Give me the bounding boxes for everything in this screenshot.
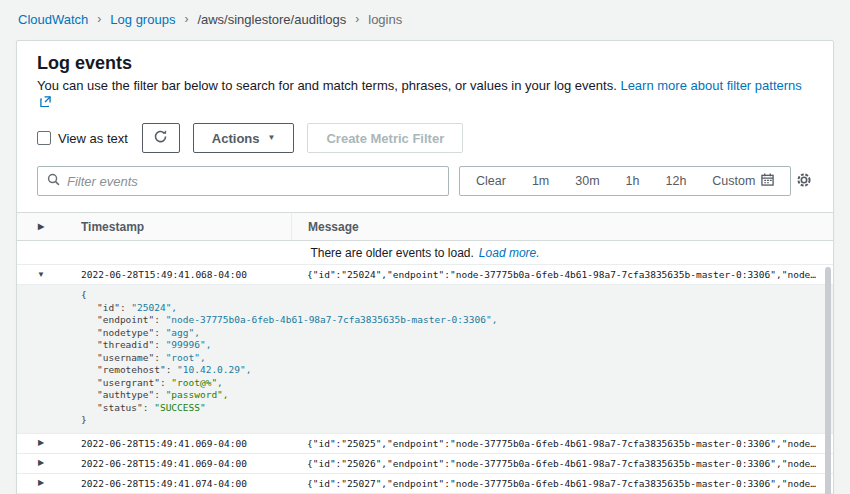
breadcrumb-separator-icon: › [184,12,188,26]
json-field: "remotehost": "10.42.0.29", [17,364,833,377]
external-link-icon [40,95,51,111]
json-field: "nodetype": "agg", [17,327,833,340]
actions-toolbar: View as text Actions ▼ Create Metric Fil… [17,111,833,153]
log-events-panel: Log events You can use the filter bar be… [16,40,834,494]
breadcrumb-item-current: logins [368,12,402,27]
range-1m-button[interactable]: 1m [519,174,562,188]
log-row[interactable]: ▶ 2022-06-28T15:49:41.069-04:00 {"id":"2… [17,454,833,474]
refresh-icon [153,129,168,147]
filter-bar: Clear 1m 30m 1h 12h Custom [17,153,833,196]
expand-all-icon[interactable]: ▶ [38,223,44,231]
actions-button[interactable]: Actions ▼ [193,123,295,153]
json-field: "id": "25024", [17,302,833,315]
view-as-text-label: View as text [58,131,128,146]
json-open-brace: { [17,289,833,302]
older-events-row: There are older events to load. Load mor… [17,241,833,265]
row-message: {"id":"25026","endpoint":"node-37775b0a-… [291,458,833,469]
search-icon [47,173,60,189]
breadcrumb-item-log-groups[interactable]: Log groups [110,12,175,27]
row-message: {"id":"25025","endpoint":"node-37775b0a-… [291,438,833,449]
range-12h-button[interactable]: 12h [652,174,699,188]
load-more-link[interactable]: Load more. [479,246,540,260]
breadcrumb-item-cloudwatch[interactable]: CloudWatch [18,12,88,27]
row-timestamp: 2022-06-28T15:49:41.074-04:00 [65,478,291,489]
expand-row-icon[interactable]: ▶ [38,479,44,487]
expanded-event-json: { "id": "25024", "endpoint": "node-37775… [17,285,833,434]
expand-row-icon[interactable]: ▶ [38,439,44,447]
expand-row-icon[interactable]: ▶ [38,459,44,467]
range-30m-button[interactable]: 30m [562,174,612,188]
vertical-scrollbar[interactable] [825,267,831,494]
json-field: "endpoint": "node-37775b0a-6feb-4b61-98a… [17,314,833,327]
row-message: {"id":"25027","endpoint":"node-37775b0a-… [291,478,833,489]
table-header: ▶ Timestamp Message [17,213,833,241]
row-timestamp: 2022-06-28T15:49:41.068-04:00 [65,269,291,280]
older-events-text: There are older events to load. [310,246,473,260]
log-row-expanded[interactable]: ▼ 2022-06-28T15:49:41.068-04:00 {"id":"2… [17,265,833,285]
refresh-button[interactable] [142,123,180,153]
json-close-brace: } [17,414,833,427]
page-description: You can use the filter bar below to sear… [37,78,813,111]
breadcrumb-item-log-group[interactable]: /aws/singlestore/auditlogs [197,12,346,27]
breadcrumb: CloudWatch › Log groups › /aws/singlesto… [0,0,850,38]
json-field: "usergrant": "root@%", [17,377,833,390]
range-1h-button[interactable]: 1h [613,174,653,188]
json-field: "status": "SUCCESS" [17,402,833,415]
filter-events-input[interactable] [67,174,439,189]
view-as-text-checkbox[interactable] [37,131,51,145]
column-header-timestamp[interactable]: Timestamp [65,213,291,240]
custom-range-button[interactable]: Custom [699,173,787,189]
row-timestamp: 2022-06-28T15:49:41.069-04:00 [65,458,291,469]
create-metric-filter-button[interactable]: Create Metric Filter [307,123,463,153]
row-message: {"id":"25024","endpoint":"node-37775b0a-… [291,269,833,280]
column-header-message[interactable]: Message [291,213,833,240]
gear-icon [795,171,813,192]
settings-gear-button[interactable] [795,171,813,192]
collapse-row-icon[interactable]: ▼ [37,271,45,279]
time-range-group: Clear 1m 30m 1h 12h Custom [459,166,791,196]
breadcrumb-separator-icon: › [355,12,359,26]
log-row[interactable]: ▶ 2022-06-28T15:49:41.074-04:00 {"id":"2… [17,474,833,494]
filter-search-box [37,166,449,196]
json-field: "threadid": "99996", [17,339,833,352]
row-timestamp: 2022-06-28T15:49:41.069-04:00 [65,438,291,449]
log-row[interactable]: ▶ 2022-06-28T15:49:41.069-04:00 {"id":"2… [17,434,833,454]
json-field: "username": "root", [17,352,833,365]
caret-down-icon: ▼ [268,134,276,142]
page-title: Log events [37,53,813,73]
json-field: "authtype": "password", [17,389,833,402]
calendar-icon [761,173,774,189]
breadcrumb-separator-icon: › [97,12,101,26]
scrollbar-thumb[interactable] [825,267,831,494]
log-events-table: ▶ Timestamp Message There are older even… [17,212,833,494]
clear-range-button[interactable]: Clear [463,174,519,188]
